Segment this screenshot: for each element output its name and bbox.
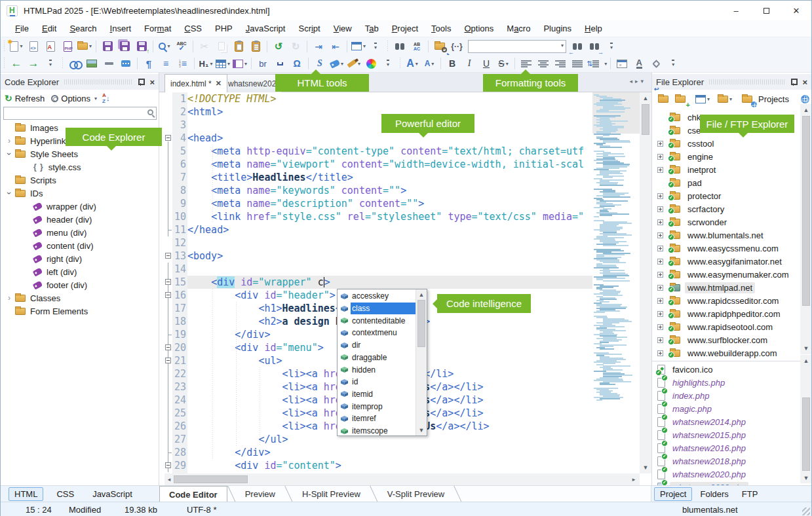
autocomplete-item-contextmenu[interactable]: contextmenu — [338, 327, 416, 339]
save-icon[interactable] — [100, 39, 115, 54]
menu-options[interactable]: Options — [457, 20, 500, 37]
replace-ab-icon[interactable]: ABAC — [409, 39, 425, 54]
binoculars-icon[interactable] — [392, 39, 408, 54]
redo-icon[interactable]: ↻ — [288, 39, 303, 54]
expand-icon[interactable] — [657, 272, 663, 278]
autocomplete-item-hidden[interactable]: hidden — [338, 363, 416, 376]
folder-item-www.rapidcsseditor.com[interactable]: ✓www.rapidcsseditor.com — [652, 294, 800, 307]
editor-tab-whatsnew202[interactable]: whatsnew202 — [222, 74, 282, 92]
fe2-scrollbar-thumb[interactable] — [802, 397, 810, 471]
strike-icon[interactable]: S▾ — [495, 56, 511, 71]
panel-icon[interactable]: ▾ — [351, 39, 366, 54]
fe-projects-icon[interactable] — [739, 91, 755, 107]
forward-icon[interactable]: → — [26, 56, 41, 71]
expand-icon[interactable] — [657, 167, 663, 173]
tab-scroll-icons[interactable]: ◂▸▾ — [629, 78, 646, 84]
minimize-button[interactable]: – — [721, 1, 751, 20]
menu-project[interactable]: Project — [385, 20, 425, 37]
paste-icon[interactable] — [231, 39, 246, 54]
fold-marker[interactable] — [165, 344, 171, 350]
menu-javascript[interactable]: JavaScript — [239, 20, 292, 37]
folder-item-www.blumentals.net[interactable]: ✓www.blumentals.net — [652, 229, 800, 242]
linespacing-icon[interactable]: ⇅▾ — [587, 56, 607, 71]
braces-dots-icon[interactable]: {··} — [449, 39, 465, 54]
image-icon[interactable] — [84, 56, 100, 71]
fold-marker[interactable] — [165, 279, 171, 285]
folder-item-engine[interactable]: ✓engine — [652, 150, 800, 163]
folder-item-www.easycssmenu.com[interactable]: ✓www.easycssmenu.com — [652, 242, 800, 255]
search-icon[interactable]: ▾ — [157, 39, 172, 54]
minimap[interactable] — [592, 92, 640, 473]
pilcrow-icon[interactable]: ¶ — [141, 56, 157, 71]
menu-tools[interactable]: Tools — [425, 20, 457, 37]
folder-item-pad[interactable]: ✓pad — [652, 176, 800, 189]
form-icon[interactable]: ▾ — [232, 56, 248, 71]
view-tab-preview[interactable]: Preview — [236, 486, 284, 502]
folder-item-scrwonder[interactable]: ✓scrwonder — [652, 215, 800, 229]
align-right-icon[interactable] — [552, 56, 568, 71]
tree-item-classes[interactable]: ›Classes — [1, 291, 159, 304]
clipboard-icon[interactable] — [248, 39, 263, 54]
folder-item-www.surfblocker.com[interactable]: ✓www.surfblocker.com — [652, 333, 800, 346]
autocomplete-item-itemprop[interactable]: itemprop — [338, 400, 416, 413]
ulist-icon[interactable]: ≡ — [158, 56, 174, 71]
menu-css[interactable]: CSS — [178, 20, 208, 37]
fold-marker[interactable] — [165, 462, 171, 468]
align-center-icon[interactable] — [535, 56, 551, 71]
pin-icon[interactable] — [790, 78, 797, 86]
expand-icon[interactable] — [657, 154, 663, 160]
autocomplete-item-itemscope[interactable]: itemscope — [338, 425, 416, 437]
menu-edit[interactable]: Edit — [35, 20, 63, 37]
more-icon[interactable]: ▾ — [368, 39, 383, 54]
find-prev-icon[interactable]: → — [587, 39, 602, 54]
fe-scrollbar-thumb[interactable] — [802, 116, 810, 306]
fold-marker[interactable] — [165, 292, 171, 298]
tree-item-left-div-[interactable]: left (div) — [1, 265, 159, 278]
fold-marker[interactable] — [165, 135, 171, 141]
italic-icon[interactable]: I — [461, 56, 477, 71]
folder-item-csstool[interactable]: ✓csstool — [652, 137, 800, 150]
fe2-scroll-down[interactable]: ▼ — [802, 473, 811, 483]
menu-tab[interactable]: Tab — [358, 20, 385, 37]
v-scrollbar-thumb[interactable] — [642, 104, 649, 135]
combo-icon[interactable] — [466, 39, 568, 54]
expand-icon[interactable] — [657, 350, 663, 356]
file-item-favicon.ico[interactable]: ◆✓favicon.ico — [652, 363, 800, 376]
refresh-icon[interactable]: ↻ — [5, 93, 12, 103]
parabox-icon[interactable]: ≡ — [614, 56, 630, 71]
link-icon[interactable] — [67, 56, 83, 71]
menu-view[interactable]: View — [327, 20, 358, 37]
file-item-magic.php[interactable]: ✓magic.php — [652, 402, 800, 415]
projects-label[interactable]: Projects — [758, 94, 789, 104]
tree-item-footer-div-[interactable]: footer (div) — [1, 278, 159, 291]
file-item-whatsnew2016.php[interactable]: ✓whatsnew2016.php — [652, 441, 800, 454]
bold-icon[interactable]: B — [444, 56, 460, 71]
close-button[interactable]: ✕ — [781, 1, 811, 20]
f-scroll-down[interactable]: ▼ — [802, 344, 811, 353]
autocomplete-item-id[interactable]: id — [338, 376, 416, 388]
more-icon[interactable]: ▾ — [604, 39, 619, 54]
indent-icon[interactable]: ⇥ — [311, 39, 326, 54]
menu-php[interactable]: PHP — [208, 20, 239, 37]
tag-icon[interactable]: ▾ — [329, 56, 345, 71]
expand-icon[interactable] — [657, 324, 663, 330]
menu-format[interactable]: Format — [138, 20, 178, 37]
comment-icon[interactable] — [118, 56, 134, 71]
more-icon[interactable]: ▾ — [380, 56, 396, 71]
save-all-icon[interactable] — [117, 39, 132, 54]
autocomplete-item-class[interactable]: class — [338, 303, 416, 315]
folder-item-www.rapidphpeditor.com[interactable]: ✓www.rapidphpeditor.com — [652, 307, 800, 320]
scrollbar-down[interactable]: ▼ — [641, 463, 650, 472]
refresh-label[interactable]: Refresh — [15, 94, 45, 103]
expand-icon[interactable] — [657, 337, 663, 343]
outdent-icon[interactable]: ⇤ — [328, 39, 343, 54]
fe-folders-icon[interactable]: ▾ — [717, 91, 733, 107]
scrollbar-up[interactable]: ▲ — [641, 94, 650, 103]
expand-icon[interactable] — [657, 206, 663, 212]
fe-tab-ftp[interactable]: FTP — [737, 488, 764, 500]
options-dropdown-icon[interactable]: ▾ — [94, 96, 97, 101]
maximize-button[interactable] — [751, 1, 781, 20]
expand-icon[interactable] — [657, 193, 663, 199]
folder-item-www.easymenumaker.com[interactable]: ✓www.easymenumaker.com — [652, 268, 800, 281]
brush-icon[interactable]: ▾ — [346, 56, 362, 71]
